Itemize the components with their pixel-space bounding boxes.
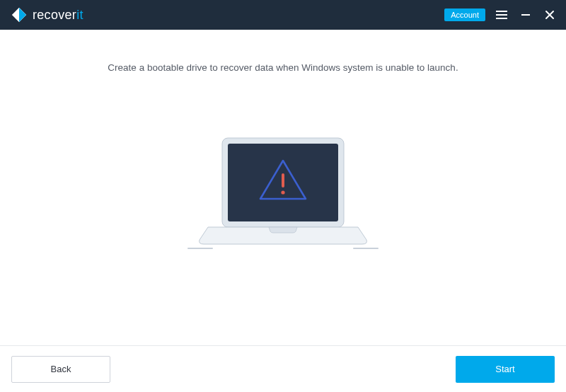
- svg-rect-8: [282, 173, 284, 188]
- footer-bar: Back Start: [0, 345, 566, 392]
- menu-icon[interactable]: [494, 7, 509, 23]
- headline-text: Create a bootable drive to recover data …: [108, 62, 458, 73]
- minimize-icon[interactable]: [518, 7, 533, 23]
- app-logo: recoverit: [11, 7, 83, 23]
- back-button[interactable]: Back: [11, 356, 110, 383]
- start-button[interactable]: Start: [456, 356, 555, 383]
- titlebar-controls: Account: [444, 7, 558, 23]
- svg-rect-2: [496, 11, 507, 12]
- main-content: Create a bootable drive to recover data …: [0, 30, 566, 345]
- titlebar: recoverit Account: [0, 0, 566, 30]
- svg-point-9: [281, 190, 284, 194]
- logo-text: recoverit: [33, 8, 83, 23]
- account-button[interactable]: Account: [444, 8, 485, 21]
- logo-mark-icon: [11, 7, 27, 23]
- svg-rect-3: [496, 14, 507, 16]
- svg-rect-4: [496, 18, 507, 19]
- logo-text-prefix: recover: [33, 8, 76, 22]
- logo-text-accent: it: [76, 8, 83, 22]
- laptop-warning-illustration: [184, 134, 382, 271]
- close-icon[interactable]: [542, 7, 558, 23]
- svg-rect-5: [521, 14, 530, 16]
